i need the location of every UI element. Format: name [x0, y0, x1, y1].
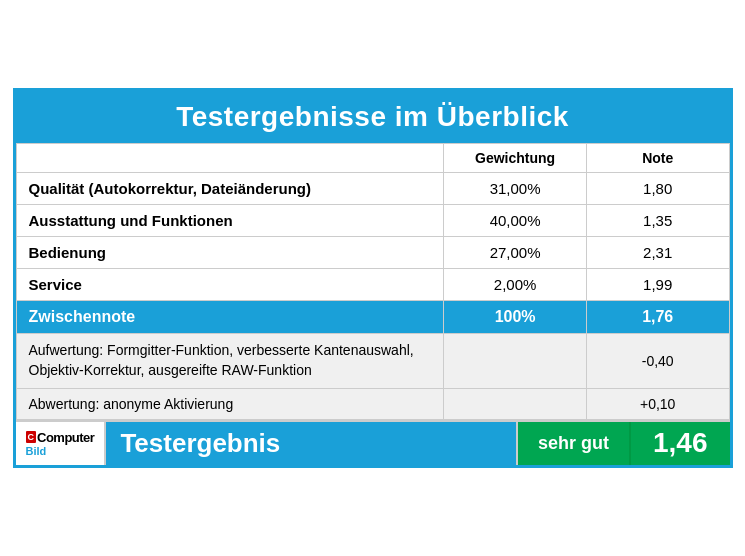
row-label: Bedienung [16, 237, 444, 269]
aufwertung-note: -0,40 [586, 334, 729, 388]
footer-final-note: 1,46 [629, 422, 730, 465]
main-container: Testergebnisse im Überblick Gewichtung N… [13, 88, 733, 467]
logo-computer-text: Computer [37, 430, 94, 445]
row-label: Ausstattung und Funktionen [16, 205, 444, 237]
row-gewichtung: 27,00% [444, 237, 587, 269]
row-note: 1,35 [586, 205, 729, 237]
row-gewichtung: 2,00% [444, 269, 587, 301]
col-header-category [16, 144, 444, 173]
row-gewichtung: 40,00% [444, 205, 587, 237]
row-note: 1,80 [586, 173, 729, 205]
logo-bild-text: Bild [26, 445, 47, 457]
logo-top: C Computer [26, 430, 95, 445]
row-label: Service [16, 269, 444, 301]
table-row: Service 2,00% 1,99 [16, 269, 729, 301]
abwertung-label: Abwertung: anonyme Aktivierung [16, 388, 444, 419]
row-gewichtung: 31,00% [444, 173, 587, 205]
logo-red-icon: C [26, 431, 37, 443]
col-header-gewichtung: Gewichtung [444, 144, 587, 173]
col-header-note: Note [586, 144, 729, 173]
footer: C Computer Bild Testergebnis sehr gut 1,… [16, 420, 730, 465]
row-label: Qualität (Autokorrektur, Dateiänderung) [16, 173, 444, 205]
zwischennote-note: 1,76 [586, 301, 729, 334]
logo-area: C Computer Bild [16, 422, 107, 465]
zwischennote-gewichtung: 100% [444, 301, 587, 334]
table-row: Qualität (Autokorrektur, Dateiänderung) … [16, 173, 729, 205]
page-title: Testergebnisse im Überblick [16, 91, 730, 143]
aufwertung-row: Aufwertung: Formgitter-Funktion, verbess… [16, 334, 729, 388]
zwischennote-row: Zwischennote 100% 1,76 [16, 301, 729, 334]
table-row: Bedienung 27,00% 2,31 [16, 237, 729, 269]
aufwertung-label: Aufwertung: Formgitter-Funktion, verbess… [16, 334, 444, 388]
abwertung-note: +0,10 [586, 388, 729, 419]
row-note: 1,99 [586, 269, 729, 301]
footer-testergebnis-label: Testergebnis [106, 422, 516, 465]
row-note: 2,31 [586, 237, 729, 269]
zwischennote-label: Zwischennote [16, 301, 444, 334]
table-row: Ausstattung und Funktionen 40,00% 1,35 [16, 205, 729, 237]
logo: C Computer Bild [26, 430, 95, 457]
footer-rating: sehr gut [516, 422, 629, 465]
abwertung-row: Abwertung: anonyme Aktivierung +0,10 [16, 388, 729, 419]
results-table: Gewichtung Note Qualität (Autokorrektur,… [16, 143, 730, 419]
